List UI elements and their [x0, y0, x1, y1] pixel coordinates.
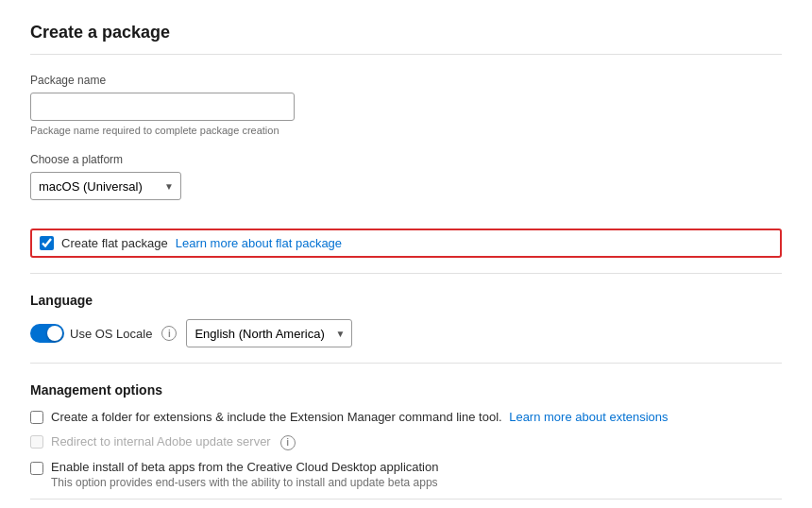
beta-apps-checkbox[interactable]	[30, 462, 43, 475]
beta-apps-subtext: This option provides end-users with the …	[51, 476, 438, 489]
redirect-row: Redirect to internal Adobe update server…	[30, 433, 782, 450]
footer: Cancel Previous Create package	[30, 499, 782, 509]
use-os-locale-label: Use OS Locale	[70, 327, 152, 341]
flat-package-label: Create flat package	[61, 236, 168, 250]
management-section: Management options Create a folder for e…	[30, 382, 782, 499]
extensions-link[interactable]: Learn more about extensions	[509, 410, 668, 424]
extensions-checkbox[interactable]	[30, 411, 43, 424]
extensions-row: Create a folder for extensions & include…	[30, 409, 782, 424]
redirect-checkbox[interactable]	[30, 435, 43, 449]
package-name-label: Package name	[30, 74, 782, 87]
language-section: Language Use OS Locale i English (North …	[30, 293, 782, 347]
language-row: Use OS Locale i English (North America) …	[30, 319, 782, 347]
package-name-section: Package name Package name required to co…	[30, 74, 782, 136]
extensions-label: Create a folder for extensions & include…	[51, 410, 505, 424]
package-name-input[interactable]	[30, 93, 295, 121]
platform-label: Choose a platform	[30, 153, 782, 166]
language-divider	[30, 273, 782, 274]
platform-select-wrapper: macOS (Universal) Windows macOS ▼	[30, 172, 181, 200]
toggle-thumb	[47, 326, 62, 341]
redirect-label: Redirect to internal Adobe update server	[51, 434, 271, 449]
beta-apps-text-group: Enable install of beta apps from the Cre…	[51, 460, 438, 489]
flat-package-link[interactable]: Learn more about flat package	[176, 236, 342, 250]
package-name-hint: Package name required to complete packag…	[30, 125, 782, 136]
platform-select[interactable]: macOS (Universal) Windows macOS	[30, 172, 181, 200]
flat-package-row: Create flat package Learn more about fla…	[30, 229, 782, 258]
management-divider	[30, 363, 782, 364]
platform-section: Choose a platform macOS (Universal) Wind…	[30, 153, 782, 200]
beta-apps-label: Enable install of beta apps from the Cre…	[51, 460, 438, 474]
locale-select-wrapper: English (North America) French German Ja…	[186, 319, 352, 347]
locale-select[interactable]: English (North America) French German Ja…	[186, 319, 352, 347]
toggle-track	[30, 324, 64, 343]
title-divider	[30, 54, 782, 55]
use-os-locale-toggle-label[interactable]: Use OS Locale	[30, 324, 152, 343]
beta-apps-row: Enable install of beta apps from the Cre…	[30, 460, 782, 489]
use-os-locale-info-icon: i	[161, 326, 177, 341]
language-title: Language	[30, 293, 782, 308]
redirect-info-icon: i	[280, 435, 296, 450]
flat-package-checkbox[interactable]	[40, 236, 54, 250]
extensions-text-group: Create a folder for extensions & include…	[51, 409, 668, 424]
management-title: Management options	[30, 382, 782, 398]
page-title: Create a package	[30, 23, 782, 42]
redirect-text-group: Redirect to internal Adobe update server…	[51, 433, 296, 450]
